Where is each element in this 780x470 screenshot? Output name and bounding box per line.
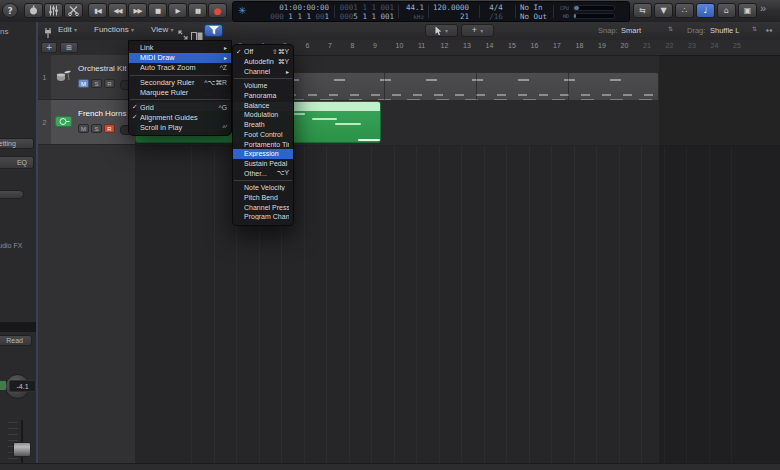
left-click-tool-menu[interactable]: ▾ <box>425 24 458 37</box>
midi-in-status: No In <box>520 3 550 12</box>
funnel-icon <box>209 26 219 35</box>
midi-draw-item-panorama[interactable]: Panorama <box>233 91 293 101</box>
track-name[interactable]: French Horns <box>78 109 126 118</box>
lcd-time-position[interactable]: 01:00:00:00 000 1 1 1 001 <box>253 2 331 21</box>
volume-fader-handle[interactable] <box>13 442 31 457</box>
rewind-button[interactable]: ◀◀ <box>108 3 127 18</box>
midi-draw-item-program-change[interactable]: Program Change <box>233 212 293 222</box>
midi-draw-item-channel[interactable]: Channel▸ <box>233 66 293 76</box>
lcd-tempo[interactable]: 120.0000 21 <box>431 2 471 21</box>
view-menu-item-secondary-ruler[interactable]: Secondary Ruler^⌥⌘R <box>129 78 231 88</box>
midi-draw-item-off[interactable]: ✓Off⇧⌘Y <box>233 47 293 57</box>
menu-separator <box>130 75 230 76</box>
lcd-display[interactable]: ✳ 01:00:00:00 000 1 1 1 001 0001 1 1 001… <box>232 1 630 22</box>
track-number: 2 <box>38 100 51 144</box>
snap-value-dropdown[interactable]: Smart <box>621 26 641 35</box>
pause-button[interactable]: ▮▮ <box>188 3 207 18</box>
solo-button[interactable]: S <box>91 79 102 88</box>
lcd-midi-io[interactable]: No In No Out <box>518 2 552 21</box>
level-meter-tick <box>0 381 6 390</box>
track-name[interactable]: Orchestral Kit <box>78 64 126 73</box>
quick-help-button[interactable]: ? <box>2 3 18 18</box>
midi-draw-item-balance[interactable]: Balance <box>233 100 293 110</box>
view-menu-item-alignment-guides[interactable]: ✓Alignment Guides <box>129 112 231 122</box>
forward-button[interactable]: ▶▶ <box>128 3 147 18</box>
ruler-bar-number: 21 <box>643 42 651 49</box>
view-menu-panel: Link▸MIDI Draw▸Auto Track Zoom^ZSecondar… <box>128 40 232 136</box>
ruler-bar-number: 13 <box>463 42 471 49</box>
view-menu-item-marquee-ruler[interactable]: Marquee Ruler <box>129 88 231 98</box>
volume-value[interactable]: -4.1 <box>9 380 36 392</box>
tools-icon[interactable] <box>64 3 83 18</box>
view-menu-item-link[interactable]: Link▸ <box>129 43 231 53</box>
smart-controls-icon[interactable] <box>44 3 63 18</box>
eq-display-button[interactable]: EQ <box>0 156 34 169</box>
midi-draw-item-portamento-time[interactable]: Portamento Time <box>233 139 293 149</box>
drag-stepper-icon[interactable]: ⇅ <box>752 25 757 32</box>
metronome-button[interactable]: ♩ <box>696 3 715 18</box>
menu-item-label: Foot Control <box>244 131 289 138</box>
command-click-tool-menu[interactable]: + ▾ <box>461 24 494 37</box>
stop-button[interactable]: ■ <box>148 3 167 18</box>
duplicate-track-button[interactable]: ⊞ <box>60 42 78 53</box>
view-menu-item-midi-draw[interactable]: MIDI Draw▸ <box>129 53 231 63</box>
tempo-value: 120.0000 <box>431 3 469 12</box>
record-button[interactable]: R <box>104 79 115 88</box>
logic-pro-window: ? ▮◀◀◀▶▶■▶▮▮● ✳ 01:00:00:00 000 1 1 1 00… <box>0 0 780 470</box>
midi-draw-item-pitch-bend[interactable]: Pitch Bend <box>233 193 293 203</box>
lcd-time-signature[interactable]: 4/4 /16 <box>481 2 513 21</box>
midi-draw-item-note-velocity[interactable]: Note Velocity <box>233 183 293 193</box>
count-in-button[interactable]: ∴ <box>675 3 694 18</box>
view-menu-item-grid[interactable]: ✓Grid^G <box>129 102 231 112</box>
view-menu-item-scroll-in-play[interactable]: Scroll in Play^' <box>129 122 231 132</box>
record-button[interactable]: ● <box>208 3 227 18</box>
master-volume-button[interactable]: ⌂ <box>717 3 736 18</box>
functions-menu[interactable]: Functions ▾ <box>94 25 134 34</box>
midi-draw-item-autodefine[interactable]: Autodefine⌘Y <box>233 57 293 67</box>
count-in-icon: ∴ <box>682 6 687 15</box>
tracks-area-menu-bar: Edit ▾ Functions ▾ View ▾ ▾ + ▾ Snap: Sm… <box>0 22 780 41</box>
add-track-button[interactable]: + <box>41 42 57 53</box>
view-menu-item-auto-track-zoom[interactable]: Auto Track Zoom^Z <box>129 63 231 73</box>
view-menu-title[interactable]: View ▾ <box>151 25 173 34</box>
drum-kit-icon <box>55 68 72 87</box>
lcd-gear-icon[interactable]: ✳ <box>238 5 246 17</box>
replace-button[interactable]: ▼ <box>654 3 673 18</box>
ruler-bar-number: 18 <box>576 42 584 49</box>
horizontal-zoom-icon[interactable]: ↔ <box>766 26 773 35</box>
filter-funnel-button[interactable] <box>204 24 223 37</box>
mute-button[interactable]: M <box>78 124 89 133</box>
midi-draw-item-expression[interactable]: Expression <box>233 149 293 159</box>
track-row-french-horns[interactable]: 2French HornsMSR <box>38 100 135 145</box>
toolbar-overflow-chevron[interactable]: » <box>760 2 766 14</box>
record-button[interactable]: R <box>104 124 115 133</box>
channel-setting-button[interactable]: Setting <box>0 138 34 149</box>
midi-draw-item-sustain-pedal[interactable]: Sustain Pedal <box>233 159 293 169</box>
play-button[interactable]: ▶ <box>168 3 187 18</box>
go-to-beginning-button[interactable]: ▮◀ <box>88 3 107 18</box>
pointer-tool-icon <box>435 26 442 36</box>
midi-draw-item-foot-control[interactable]: Foot Control <box>233 130 293 140</box>
track-row-orchestral-kit[interactable]: 1Orchestral KitMSR <box>38 55 135 100</box>
drag-value-dropdown[interactable]: Shuffle L <box>710 26 739 35</box>
midi-draw-item-channel-pressure[interactable]: Channel Pressure <box>233 202 293 212</box>
automation-read-button[interactable]: Read <box>0 335 32 346</box>
ruler-bar-number: 7 <box>328 42 332 49</box>
midi-draw-item-breath[interactable]: Breath <box>233 120 293 130</box>
midi-draw-submenu-panel: ✓Off⇧⌘YAutodefine⌘YChannel▸VolumePanoram… <box>232 44 294 226</box>
ruler-bar-number: 23 <box>688 42 696 49</box>
mute-button[interactable]: M <box>78 79 89 88</box>
edit-menu[interactable]: Edit ▾ <box>58 25 77 34</box>
menu-item-label: Secondary Ruler <box>140 78 200 87</box>
snap-stepper-icon[interactable]: ⇅ <box>668 25 673 32</box>
cycle-button[interactable]: ⇆ <box>633 3 652 18</box>
checkmark-icon: ✓ <box>132 113 140 121</box>
library-icon[interactable] <box>24 3 43 18</box>
midi-draw-item-modulation[interactable]: Modulation <box>233 110 293 120</box>
lcd-sample-rate[interactable]: 44.1 kHz <box>400 2 426 21</box>
lcd-locators[interactable]: 0001 1 1 001 0005 1 1 001 <box>337 2 396 21</box>
solo-button[interactable]: S <box>91 124 102 133</box>
display-mode-button[interactable]: ▣ <box>738 3 757 18</box>
midi-draw-item-volume[interactable]: Volume <box>233 81 293 91</box>
midi-draw-item-other[interactable]: Other...⌥Y <box>233 168 293 178</box>
